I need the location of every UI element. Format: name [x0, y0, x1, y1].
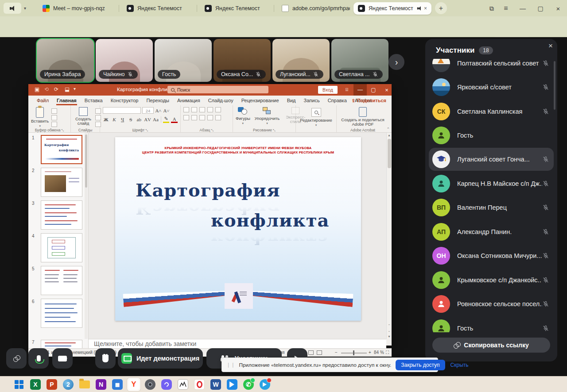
justify-icon[interactable] — [207, 115, 213, 120]
taskbar-icon-explorer[interactable] — [78, 378, 91, 391]
align-left-icon[interactable] — [183, 115, 189, 120]
italic-button[interactable]: К — [111, 117, 118, 122]
thumbnail-scrollbar[interactable] — [85, 133, 88, 339]
quick-access-menu-icon[interactable]: ▾ — [74, 86, 76, 91]
menu-transitions[interactable]: Переходы — [142, 96, 173, 105]
menu-file[interactable]: Файл — [33, 96, 53, 105]
taskbar-icon-round-blue-app[interactable]: 2 — [62, 378, 75, 391]
taskbar-icon-opera[interactable] — [193, 378, 206, 391]
taskbar-icon-yandex-browser[interactable]: Y — [127, 378, 140, 391]
redo-icon[interactable]: ⟳ — [54, 86, 58, 92]
menu-review[interactable]: Рецензирование — [237, 96, 283, 105]
powerpoint-search-box[interactable]: Поиск — [167, 86, 268, 93]
taskbar-icon-plot-app[interactable] — [176, 378, 190, 391]
undo-icon[interactable]: ⟲ — [44, 86, 49, 92]
slide-thumb-6[interactable]: 6 — [28, 297, 89, 330]
screen-share-status-button[interactable]: Идет демонстрация — [118, 348, 203, 369]
format-painter-icon[interactable] — [51, 122, 57, 127]
ppt-maximize-button[interactable]: ▢ — [367, 84, 380, 96]
character-spacing-button[interactable]: АV — [144, 117, 151, 122]
change-case-button[interactable]: Aa — [152, 117, 159, 122]
taskbar-icon-viber[interactable] — [160, 378, 173, 391]
strikethrough-button[interactable]: S — [128, 117, 134, 122]
zoom-level[interactable]: 84 % — [374, 350, 384, 355]
start-slideshow-icon[interactable]: ⬓ — [65, 86, 70, 92]
menu-design[interactable]: Конструктор — [107, 96, 143, 105]
participant-row[interactable]: Полтавский сельский совет — [429, 59, 554, 75]
taskbar-icon-blue-app[interactable] — [225, 378, 239, 391]
menu-insert[interactable]: Вставка — [81, 96, 107, 105]
browser-tab-meet[interactable]: Meet – mov-gpjs-nqz — [38, 2, 116, 15]
line-spacing-icon[interactable] — [215, 107, 221, 112]
taskbar-icon-excel[interactable]: X — [29, 378, 42, 391]
align-center-icon[interactable] — [191, 115, 197, 120]
participant-row[interactable]: АП Александр Панин. — [429, 220, 554, 243]
participant-row[interactable]: Ярковский с/совет — [429, 76, 554, 99]
video-tile[interactable]: Оксана Со... — [214, 39, 271, 82]
ppt-close-button[interactable]: × — [380, 84, 393, 96]
participant-row[interactable]: ВП Валентин Перец — [429, 196, 554, 219]
close-panel-icon[interactable]: × — [548, 42, 553, 50]
copy-link-button[interactable]: Скопировать ссылку — [432, 338, 550, 353]
ribbon-display-options-icon[interactable]: ⌸ — [340, 84, 353, 96]
participant-row[interactable]: Гость — [429, 317, 554, 332]
side-panel-icon[interactable]: ⧉ — [485, 4, 498, 13]
cut-icon[interactable] — [51, 108, 57, 114]
video-tile[interactable]: Ирина Забара — [37, 39, 94, 82]
zoom-in-icon[interactable]: + — [369, 350, 371, 355]
video-tile[interactable]: Светлана ... — [331, 39, 388, 82]
slide-thumb-4[interactable]: 4 — [28, 232, 89, 265]
numbering-icon[interactable] — [191, 107, 197, 112]
participant-row[interactable]: Гость — [429, 124, 554, 147]
participants-scrollbar[interactable] — [554, 61, 555, 110]
slide-thumb-2[interactable]: 2 — [28, 166, 89, 199]
adobe-pdf-button[interactable]: Создать и поделиться Adobe PDF — [339, 107, 386, 127]
slide-thumb-5[interactable]: 5 — [28, 265, 89, 297]
font-size-box[interactable]: 24 — [142, 107, 154, 114]
slide-scrollbar[interactable]: ▲ ⌃ ⌄ ▼ — [386, 133, 392, 339]
menu-help[interactable]: Справка — [324, 96, 351, 105]
browser-tab-adobe[interactable]: adobe.com/go/ipmrhpac — [277, 2, 350, 15]
browser-tab-telemost-1[interactable]: Яндекс Телемост — [122, 2, 193, 15]
participant-row[interactable]: СК Светлана Каплинская — [429, 100, 554, 123]
video-tile[interactable]: Гость — [155, 39, 212, 82]
bullets-icon[interactable] — [183, 107, 189, 112]
taskbar-icon-word[interactable]: W — [209, 378, 222, 391]
copy-icon[interactable] — [51, 115, 57, 120]
browser-tab-telemost-active[interactable]: Яндекс Телемост × — [353, 2, 431, 15]
taskbar-icon-start[interactable] — [12, 378, 26, 391]
slide-thumb-3[interactable]: 3 — [28, 199, 89, 232]
arrange-button[interactable]: Упорядочить▾ — [255, 107, 280, 125]
participant-row[interactable]: ОН Оксана Сотникова Мичури... — [429, 244, 554, 267]
raise-hand-button[interactable] — [95, 348, 116, 369]
window-minimize-button[interactable]: — — [517, 4, 529, 13]
menu-view[interactable]: Вид — [283, 96, 300, 105]
menu-slideshow[interactable]: Слайд-шоу — [204, 96, 237, 105]
new-slide-button[interactable]: Создать слайд — [74, 107, 93, 127]
ppt-minimize-button[interactable]: — — [353, 84, 367, 96]
save-icon[interactable]: ▣ — [35, 86, 39, 92]
shapes-button[interactable]: Фигуры▾ — [236, 107, 250, 125]
next-participants-button[interactable]: › — [388, 54, 404, 70]
sign-in-button[interactable]: Вход — [318, 86, 338, 94]
menu-animations[interactable]: Анимация — [173, 96, 204, 105]
menu-icon[interactable]: ≡ — [500, 4, 512, 13]
slide-thumb-7[interactable]: 7 — [28, 339, 89, 348]
copy-call-link-button[interactable] — [6, 348, 27, 369]
new-tab-button[interactable]: + — [435, 2, 447, 14]
menu-home[interactable]: Главная — [53, 96, 81, 105]
highlight-color-button[interactable]: ✎ — [163, 116, 170, 123]
menu-record[interactable]: Запись — [300, 96, 324, 105]
slideshow-icon[interactable] — [317, 350, 322, 355]
microphone-button[interactable] — [28, 348, 49, 369]
participant-row[interactable]: Крымковское с/п Джанкойс.. — [429, 269, 554, 292]
hide-link[interactable]: Скрыть — [450, 362, 469, 368]
taskbar-icon-calculator[interactable]: ▦ — [111, 378, 124, 391]
camera-button[interactable] — [52, 348, 73, 369]
close-access-button[interactable]: Закрыть доступ — [396, 360, 445, 370]
editing-button[interactable]: Редактирование▾ — [299, 108, 334, 127]
drag-handle[interactable]: ❘❘ — [226, 362, 235, 368]
align-right-icon[interactable] — [199, 115, 205, 120]
paste-button[interactable]: Вставить▾ — [31, 107, 49, 128]
current-slide[interactable]: КРЫМКИЙ ИНЖЕНЕРНО-ПЕДАГОГИЧЕСКИЙ УНИВЕРС… — [115, 137, 361, 321]
